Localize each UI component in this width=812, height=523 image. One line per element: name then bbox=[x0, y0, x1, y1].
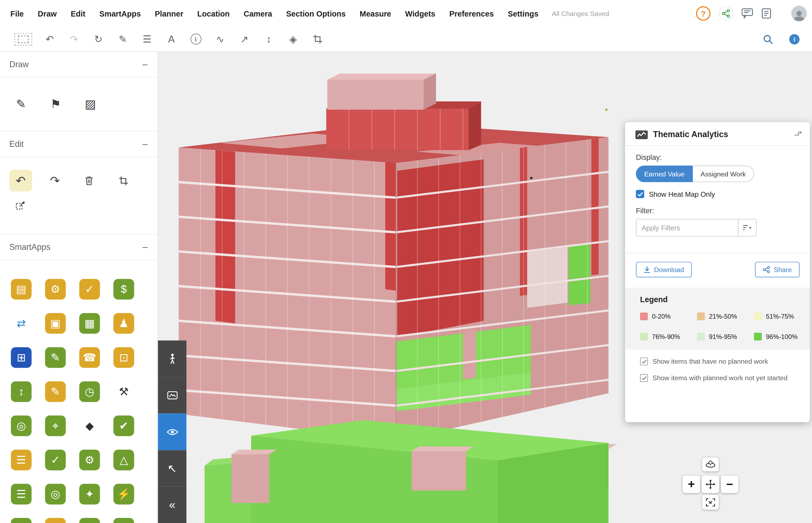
menu-draw[interactable]: Draw bbox=[38, 9, 57, 18]
fly-to-icon[interactable]: ↗ bbox=[238, 32, 251, 46]
menu-measure[interactable]: Measure bbox=[360, 9, 391, 18]
pick-tool-icon[interactable]: ✎ bbox=[116, 32, 129, 46]
heatmap-only-checkbox[interactable] bbox=[636, 190, 644, 198]
menu-edit[interactable]: Edit bbox=[71, 9, 85, 18]
edit-section-title: Edit bbox=[9, 140, 23, 149]
legend-swatch bbox=[640, 312, 648, 320]
smartapp-icon[interactable]: ⚙ bbox=[79, 450, 100, 470]
no-planned-work-checkbox[interactable] bbox=[640, 357, 648, 365]
apply-filters-input[interactable] bbox=[637, 219, 738, 236]
not-started-checkbox[interactable] bbox=[640, 374, 648, 382]
smartapps-collapse-icon[interactable]: − bbox=[142, 242, 148, 252]
undo-icon[interactable]: ↶ bbox=[43, 32, 56, 46]
menu-camera[interactable]: Camera bbox=[244, 9, 272, 18]
image-add-icon[interactable]: ▨ bbox=[83, 97, 97, 111]
menu-file[interactable]: File bbox=[10, 9, 23, 18]
marquee-select-icon[interactable] bbox=[14, 33, 32, 45]
layers-icon[interactable]: ☰ bbox=[140, 32, 154, 46]
dock-panel-icon[interactable] bbox=[793, 130, 802, 139]
smartapp-icon[interactable] bbox=[45, 518, 66, 523]
menu-smartapps[interactable]: SmartApps bbox=[99, 9, 141, 18]
smartapp-icon[interactable]: ◆ bbox=[79, 415, 100, 436]
delete-icon[interactable] bbox=[77, 170, 100, 191]
text-tool-icon[interactable]: A bbox=[165, 32, 178, 46]
smartapp-icon[interactable]: ▦ bbox=[79, 313, 100, 333]
edit-redo-icon[interactable]: ↷ bbox=[44, 170, 66, 191]
help-icon[interactable]: ? bbox=[696, 6, 710, 21]
search-icon[interactable] bbox=[761, 32, 775, 46]
search-glyph bbox=[763, 34, 773, 44]
annotation-add-icon[interactable]: ✎ bbox=[14, 97, 28, 111]
smartapp-icon[interactable]: ✎ bbox=[45, 347, 66, 368]
smartapp-icon[interactable]: ☰ bbox=[11, 484, 32, 504]
smartapp-icon[interactable]: ✔ bbox=[114, 415, 134, 436]
edit-undo-icon[interactable]: ↶ bbox=[9, 170, 32, 191]
fit-to-view-button[interactable] bbox=[702, 494, 719, 509]
menu-widgets[interactable]: Widgets bbox=[405, 9, 435, 18]
smartapp-icon[interactable]: ⇄ bbox=[11, 313, 32, 333]
clipboard-icon[interactable] bbox=[761, 8, 772, 19]
download-icon bbox=[643, 266, 650, 273]
collapse-strip-button[interactable]: « bbox=[158, 487, 186, 523]
menu-settings[interactable]: Settings bbox=[508, 9, 538, 18]
smartapp-icon[interactable]: ⚒ bbox=[114, 381, 134, 402]
menu-location[interactable]: Location bbox=[197, 9, 229, 18]
zoom-out-button[interactable]: − bbox=[721, 475, 739, 493]
zoom-in-button[interactable]: + bbox=[683, 475, 700, 493]
smartapp-icon[interactable]: ⌖ bbox=[45, 415, 66, 436]
media-tool[interactable] bbox=[158, 377, 186, 414]
menu-section-options[interactable]: Section Options bbox=[286, 9, 346, 18]
smartapp-icon[interactable]: $ bbox=[114, 279, 134, 300]
feedback-icon[interactable] bbox=[742, 8, 753, 19]
smartapp-icon[interactable]: ✓ bbox=[45, 450, 66, 470]
smartapp-icon[interactable]: ☎ bbox=[79, 347, 100, 368]
draw-collapse-icon[interactable]: − bbox=[142, 59, 148, 70]
refresh-icon[interactable]: ↻ bbox=[92, 32, 105, 46]
smartapp-icon[interactable]: ▤ bbox=[11, 279, 32, 300]
smartapp-icon[interactable] bbox=[11, 518, 32, 523]
smartapp-icon[interactable]: ☰ bbox=[11, 450, 32, 470]
edit-collapse-icon[interactable]: − bbox=[142, 139, 148, 149]
edit-crop-icon[interactable] bbox=[112, 170, 135, 191]
smartapp-icon[interactable] bbox=[79, 518, 100, 523]
filter-options-button[interactable] bbox=[738, 219, 756, 236]
smartapp-icon[interactable]: ✦ bbox=[79, 484, 100, 504]
smartapp-icon[interactable]: ◷ bbox=[79, 381, 100, 402]
info-circle-glyph: i bbox=[190, 34, 201, 44]
smartapp-icon[interactable]: ◎ bbox=[45, 484, 66, 504]
smartapp-icon[interactable]: ⚙ bbox=[45, 279, 66, 300]
smartapp-icon[interactable]: ⚡ bbox=[114, 484, 134, 504]
share-button[interactable]: Share bbox=[755, 262, 799, 277]
info-icon[interactable]: i bbox=[789, 34, 799, 44]
cube-view-icon[interactable]: ◈ bbox=[287, 32, 300, 46]
elevation-icon[interactable]: ↕ bbox=[262, 32, 276, 46]
smartapp-icon[interactable]: ↕ bbox=[11, 381, 32, 402]
pan-button[interactable] bbox=[702, 475, 719, 493]
markup-add-icon[interactable]: ⚑ bbox=[49, 97, 63, 111]
smartapp-icon[interactable]: ✎ bbox=[45, 381, 66, 402]
smartapp-icon[interactable]: ◎ bbox=[11, 415, 32, 436]
share-network-icon[interactable] bbox=[719, 6, 733, 21]
smartapp-icon[interactable]: ✓ bbox=[79, 279, 100, 300]
menu-preferences[interactable]: Preferences bbox=[449, 9, 494, 18]
smartapp-icon[interactable] bbox=[114, 518, 134, 523]
info-tool-icon[interactable]: i bbox=[189, 32, 203, 46]
visibility-tool[interactable] bbox=[158, 414, 186, 450]
menu-planner[interactable]: Planner bbox=[155, 9, 183, 18]
freehand-icon[interactable]: ∿ bbox=[213, 32, 227, 46]
smartapp-icon[interactable]: ♟ bbox=[114, 313, 134, 333]
first-person-tool[interactable] bbox=[158, 340, 186, 377]
select-tool[interactable]: ↖ bbox=[158, 450, 186, 487]
smartapp-icon[interactable]: ⊡ bbox=[114, 347, 134, 368]
smartapp-icon[interactable]: △ bbox=[114, 450, 134, 470]
redo-icon[interactable]: ↷ bbox=[67, 32, 81, 46]
earned-value-button[interactable]: Earned Value bbox=[636, 166, 693, 182]
assigned-work-button[interactable]: Assigned Work bbox=[693, 166, 754, 182]
smartapp-icon[interactable]: ⊞ bbox=[11, 347, 32, 368]
transform-icon[interactable] bbox=[9, 195, 32, 216]
rotate-view-button[interactable] bbox=[702, 457, 719, 471]
smartapp-icon[interactable]: ▣ bbox=[45, 313, 66, 333]
download-button[interactable]: Download bbox=[636, 262, 692, 277]
user-avatar[interactable] bbox=[791, 6, 807, 21]
crop-tool-icon[interactable] bbox=[311, 32, 324, 46]
